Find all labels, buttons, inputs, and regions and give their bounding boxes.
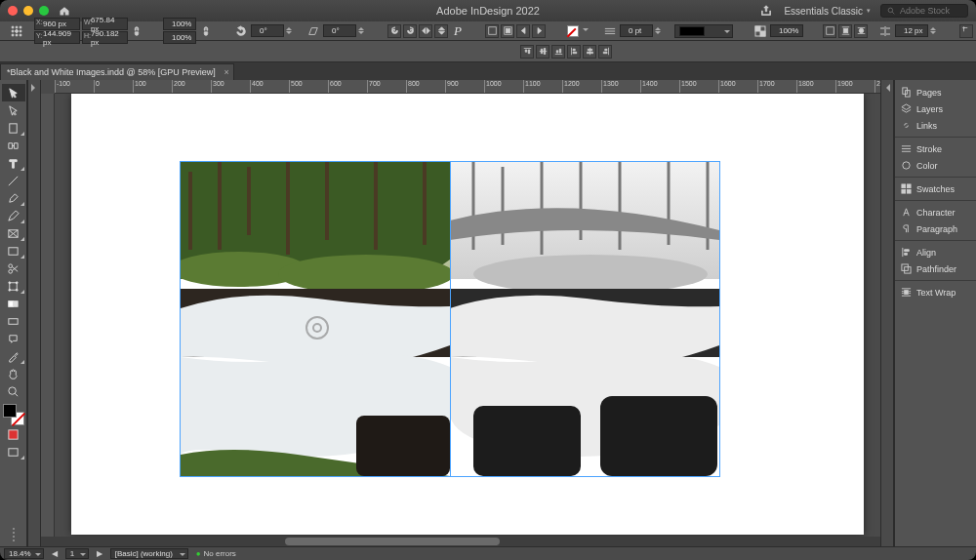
corner-options-icon[interactable] [959, 24, 973, 38]
svg-rect-40 [9, 300, 14, 306]
scale-y-value: 100% [172, 33, 191, 42]
panel-color[interactable]: Color [895, 157, 976, 174]
window-minimize[interactable] [23, 6, 33, 16]
horizontal-scrollbar[interactable] [41, 537, 880, 546]
share-icon[interactable] [758, 3, 774, 19]
panel-pathfinder[interactable]: Pathfinder [895, 260, 976, 277]
wrap-bbox-icon[interactable] [838, 24, 852, 38]
zoom-tool-icon[interactable] [2, 382, 25, 400]
document-tab[interactable]: *Black and White Images.indd @ 58% [GPU … [0, 63, 234, 80]
constrain-scale-icon[interactable] [198, 23, 214, 39]
type-tool-icon[interactable] [2, 154, 25, 172]
select-content-icon[interactable] [501, 24, 514, 38]
pencil-tool-icon[interactable] [2, 207, 25, 224]
rotate-cw-icon[interactable] [403, 24, 417, 38]
pages-icon [900, 87, 912, 99]
vertical-ruler[interactable] [41, 94, 55, 537]
fill-swatch-icon[interactable] [565, 23, 581, 39]
rotate-stepper[interactable] [286, 24, 296, 38]
scale-y-field[interactable]: 100% [163, 31, 196, 44]
y-field[interactable]: Y:144.909 px [34, 31, 80, 44]
page-nav-next-icon[interactable]: ▶ [97, 549, 102, 558]
x-value: 960 px [43, 20, 66, 28]
rotate-ccw-icon[interactable] [387, 24, 401, 38]
gradient-swatch-tool-icon[interactable] [2, 295, 25, 312]
preflight-status[interactable]: No errors [196, 549, 236, 558]
master-dropdown[interactable]: [Basic] (working) [110, 548, 188, 559]
panel-character[interactable]: Character [895, 204, 976, 220]
opacity-field[interactable]: 100% [770, 24, 803, 37]
panel-links[interactable]: Links [895, 117, 976, 134]
panel-stroke[interactable]: Stroke [895, 140, 976, 157]
dist-top-icon[interactable] [520, 45, 534, 59]
dist-right-icon[interactable] [598, 45, 612, 59]
shear-stepper[interactable] [358, 24, 368, 38]
stroke-weight-field[interactable]: 0 pt [620, 24, 653, 37]
panel-swatches[interactable]: Swatches [895, 180, 976, 197]
zoom-dropdown[interactable]: 18.4% [4, 548, 44, 559]
panel-paragraph[interactable]: Paragraph [895, 220, 976, 237]
pasteboard[interactable] [55, 94, 880, 537]
dist-vcenter-icon[interactable] [583, 45, 596, 59]
wrap-none-icon[interactable] [823, 24, 836, 38]
page-tool-icon[interactable] [2, 119, 25, 137]
horizontal-ruler[interactable]: -100010020030040050060070080090010001100… [55, 80, 880, 94]
close-tab-icon[interactable]: × [224, 67, 228, 77]
stock-search[interactable]: Adobe Stock [880, 4, 968, 18]
scissors-tool-icon[interactable] [2, 260, 25, 277]
gradient-feather-tool-icon[interactable] [2, 312, 25, 330]
content-grabber-icon[interactable] [305, 316, 329, 340]
workspace-menu[interactable]: Essentials Classic ▾ [784, 6, 871, 17]
gap-field[interactable]: 12 px [895, 24, 928, 37]
flip-v-icon[interactable] [434, 24, 448, 38]
svg-rect-53 [473, 406, 581, 476]
dist-bottom-icon[interactable] [551, 45, 565, 59]
note-tool-icon[interactable] [2, 330, 25, 347]
view-mode-icon[interactable] [2, 443, 25, 460]
stroke-style-dropdown[interactable] [674, 24, 733, 38]
stroke-weight-stepper[interactable] [655, 24, 665, 38]
eyedropper-tool-icon[interactable] [2, 347, 25, 365]
panel-expand-right[interactable] [880, 80, 894, 546]
tool-grip[interactable] [8, 523, 20, 546]
hand-tool-icon[interactable] [2, 365, 25, 382]
constrain-wh-icon[interactable] [130, 23, 143, 39]
dist-left-icon[interactable] [567, 45, 581, 59]
image-frame[interactable] [181, 162, 719, 476]
wrap-shape-icon[interactable] [854, 24, 868, 38]
home-icon[interactable] [59, 5, 70, 17]
align-icon [900, 247, 912, 259]
panel-textwrap[interactable]: Text Wrap [895, 284, 976, 300]
gap-tool-icon[interactable] [2, 137, 25, 154]
h-field[interactable]: H:790.182 px [82, 31, 128, 44]
page-nav-prev-icon[interactable]: ◀ [52, 549, 58, 558]
direct-selection-tool-icon[interactable] [2, 101, 25, 119]
rect-frame-tool-icon[interactable] [2, 224, 25, 242]
apply-color-icon[interactable] [2, 425, 25, 443]
panel-align[interactable]: Align [895, 244, 976, 260]
page-dropdown[interactable]: 1 [65, 548, 89, 559]
p-icon[interactable]: P [450, 23, 466, 39]
window-close[interactable] [8, 6, 18, 16]
rotate-field[interactable]: 0° [251, 24, 284, 37]
shear-field[interactable]: 0° [323, 24, 356, 37]
line-tool-icon[interactable] [2, 172, 25, 189]
selection-tool-icon[interactable] [2, 84, 25, 101]
select-container-icon[interactable] [485, 24, 499, 38]
gap-stepper[interactable] [930, 24, 940, 38]
scale-x-field[interactable]: 100% [163, 18, 196, 30]
dist-hcenter-icon[interactable] [536, 45, 549, 59]
window-zoom[interactable] [39, 6, 49, 16]
panel-expand-left[interactable] [27, 80, 41, 546]
panel-layers[interactable]: Layers [895, 100, 976, 117]
free-transform-tool-icon[interactable] [2, 277, 25, 295]
pen-tool-icon[interactable] [2, 189, 25, 207]
select-prev-icon[interactable] [516, 24, 530, 38]
flip-h-icon[interactable] [419, 24, 432, 38]
select-next-icon[interactable] [532, 24, 546, 38]
panel-pages[interactable]: Pages [895, 84, 976, 100]
ref-point-icon[interactable] [9, 23, 24, 39]
fill-swatch-menu[interactable] [583, 24, 592, 38]
rect-tool-icon[interactable] [2, 242, 25, 260]
fill-stroke-tool[interactable] [3, 404, 24, 425]
